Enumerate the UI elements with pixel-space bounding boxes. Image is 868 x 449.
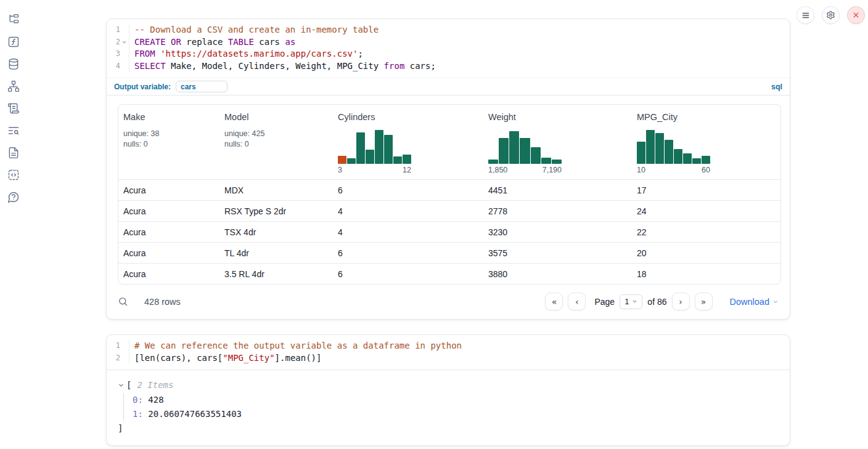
line-number: 2 xyxy=(107,36,120,49)
hist-max-label: 60 xyxy=(702,166,710,174)
column-stat: unique: 425 xyxy=(224,129,328,139)
menu-icon xyxy=(801,11,810,20)
table-cell: Acura xyxy=(118,242,219,263)
table-cell: 6 xyxy=(333,179,483,200)
download-button[interactable]: Download xyxy=(730,297,779,307)
hist-bar xyxy=(393,156,402,164)
menu-button[interactable] xyxy=(796,6,814,24)
hist-min-label: 3 xyxy=(338,166,342,174)
code-line[interactable]: 1# We can reference the output variable … xyxy=(107,340,790,352)
hist-bar xyxy=(366,150,374,164)
table-output: Make unique: 38 nulls: 0 Model unique: 4… xyxy=(107,95,790,286)
hist-bar xyxy=(702,156,710,164)
table-cell: 4451 xyxy=(483,179,632,200)
hist-bar xyxy=(683,153,692,164)
hist-bar xyxy=(541,158,551,164)
close-button[interactable] xyxy=(847,6,865,24)
hist-bar xyxy=(646,130,655,164)
hist-bar xyxy=(665,140,673,164)
table-row[interactable]: AcuraMDX6445117 xyxy=(118,179,780,200)
hist-bar xyxy=(655,133,664,164)
column-stat: unique: 38 xyxy=(123,129,215,139)
output-variable-input[interactable] xyxy=(176,81,227,92)
sql-code-editor[interactable]: 1-- Download a CSV and create an in-memo… xyxy=(107,19,790,78)
table-row[interactable]: AcuraRSX Type S 2dr4277824 xyxy=(118,200,780,221)
sidebar xyxy=(0,0,27,203)
table-cell: 22 xyxy=(632,221,780,242)
table-cell: 6 xyxy=(333,242,483,263)
table-cell: RSX Type S 2dr xyxy=(219,200,333,221)
search-icon[interactable] xyxy=(118,296,128,307)
hist-bar xyxy=(338,156,346,164)
hist-bar xyxy=(403,155,411,164)
text-search-icon[interactable] xyxy=(7,124,20,137)
mpg-city-histogram: 10 60 xyxy=(637,129,776,174)
file-tree-icon[interactable] xyxy=(7,14,20,26)
sql-cell: 1-- Download a CSV and create an in-memo… xyxy=(106,18,790,320)
hist-bar xyxy=(520,138,530,164)
hist-bar xyxy=(552,160,562,164)
column-header-weight[interactable]: Weight 1,850 7,190 xyxy=(483,105,632,179)
code-line[interactable]: 4SELECT Make, Model, Cylinders, Weight, … xyxy=(107,60,790,73)
line-number: 1 xyxy=(107,24,120,36)
help-icon[interactable] xyxy=(7,191,20,203)
close-bracket: ] xyxy=(118,423,779,434)
table-header-row: Make unique: 38 nulls: 0 Model unique: 4… xyxy=(118,105,780,179)
hist-bar xyxy=(375,130,383,164)
column-header-cylinders[interactable]: Cylinders 3 12 xyxy=(333,105,483,179)
table-row[interactable]: Acura3.5 RL 4dr6388018 xyxy=(118,263,780,284)
document-icon[interactable] xyxy=(7,147,20,159)
code-line[interactable]: 2[len(cars), cars["MPG_City"].mean()] xyxy=(107,352,790,365)
hist-bar xyxy=(347,158,356,164)
column-header-make[interactable]: Make unique: 38 nulls: 0 xyxy=(118,105,219,179)
settings-button[interactable] xyxy=(822,6,840,24)
open-bracket: [ xyxy=(126,380,131,390)
code-line[interactable]: 2CREATE OR replace TABLE cars as xyxy=(107,36,790,49)
table-cell: 2778 xyxy=(483,200,632,221)
table-cell: Acura xyxy=(118,221,219,242)
fold-chevron-icon[interactable] xyxy=(120,36,128,49)
last-page-button[interactable]: » xyxy=(695,293,713,310)
table-row[interactable]: AcuraTL 4dr6357520 xyxy=(118,242,780,263)
items-count-label: 2 Items xyxy=(137,380,173,390)
python-code-editor[interactable]: 1# We can reference the output variable … xyxy=(107,335,790,370)
page-total-label: of 86 xyxy=(647,297,666,307)
chevron-down-icon xyxy=(632,299,637,304)
column-header-model[interactable]: Model unique: 425 nulls: 0 xyxy=(219,105,333,179)
table-cell: 3575 xyxy=(483,242,632,263)
hist-bar xyxy=(384,135,393,164)
hist-max-label: 7,190 xyxy=(542,166,562,174)
code-line[interactable]: 1-- Download a CSV and create an in-memo… xyxy=(107,24,790,36)
column-stat: nulls: 0 xyxy=(224,139,328,150)
next-page-button[interactable]: › xyxy=(672,293,690,310)
table-footer: 428 rows « ‹ Page 1 of 86 › » Download xyxy=(107,286,790,319)
page-select[interactable]: 1 xyxy=(620,294,642,309)
snippets-icon[interactable] xyxy=(7,169,20,181)
output-entries: 0: 4281: 20.060747663551403 xyxy=(123,393,779,421)
logs-icon[interactable] xyxy=(7,102,20,115)
first-page-button[interactable]: « xyxy=(545,293,563,310)
column-stat: nulls: 0 xyxy=(123,139,215,150)
line-number: 4 xyxy=(107,60,120,73)
previous-page-button[interactable]: ‹ xyxy=(568,293,586,310)
database-icon[interactable] xyxy=(7,58,20,70)
table-row[interactable]: AcuraTSX 4dr4323022 xyxy=(118,221,780,242)
hist-bar xyxy=(637,142,645,164)
hist-max-label: 12 xyxy=(403,166,411,174)
table-cell: Acura xyxy=(118,200,219,221)
column-header-mpg-city[interactable]: MPG_City 10 60 xyxy=(632,105,780,179)
row-count: 428 rows xyxy=(144,297,181,307)
collapse-chevron-icon[interactable] xyxy=(118,382,125,389)
line-number: 3 xyxy=(107,48,120,60)
table-cell: Acura xyxy=(118,179,219,200)
dependency-graph-icon[interactable] xyxy=(7,80,20,92)
table-cell: 20 xyxy=(632,242,780,263)
variables-icon[interactable] xyxy=(7,36,20,48)
table-cell: TSX 4dr xyxy=(219,221,333,242)
weight-histogram: 1,850 7,190 xyxy=(488,129,627,174)
code-line[interactable]: 3FROM 'https://datasets.marimo.app/cars.… xyxy=(107,48,790,60)
hist-bar xyxy=(692,158,701,164)
output-variable-row: Output variable: sql xyxy=(107,78,790,95)
hist-bar xyxy=(674,149,682,164)
topbar xyxy=(796,6,865,24)
